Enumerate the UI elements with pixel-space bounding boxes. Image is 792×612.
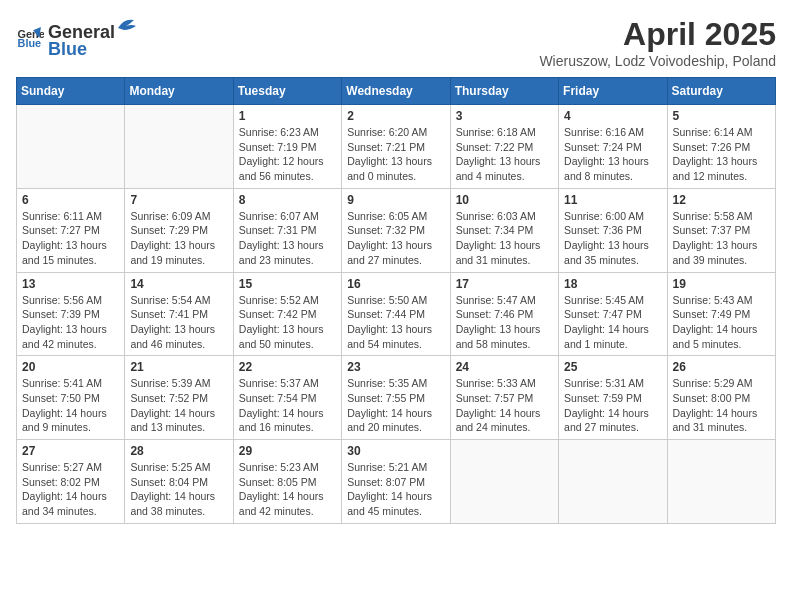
- weekday-header-tuesday: Tuesday: [233, 78, 341, 105]
- calendar-cell: 2Sunrise: 6:20 AMSunset: 7:21 PMDaylight…: [342, 105, 450, 189]
- day-info: Sunrise: 6:07 AMSunset: 7:31 PMDaylight:…: [239, 209, 336, 268]
- logo-icon: General Blue: [16, 24, 44, 52]
- weekday-header-thursday: Thursday: [450, 78, 558, 105]
- calendar-cell: 30Sunrise: 5:21 AMSunset: 8:07 PMDayligh…: [342, 440, 450, 524]
- day-number: 3: [456, 109, 553, 123]
- calendar-week-row: 6Sunrise: 6:11 AMSunset: 7:27 PMDaylight…: [17, 188, 776, 272]
- calendar-cell: 23Sunrise: 5:35 AMSunset: 7:55 PMDayligh…: [342, 356, 450, 440]
- logo-text-blue: Blue: [48, 39, 87, 59]
- weekday-header-monday: Monday: [125, 78, 233, 105]
- calendar-cell: 9Sunrise: 6:05 AMSunset: 7:32 PMDaylight…: [342, 188, 450, 272]
- calendar-table: SundayMondayTuesdayWednesdayThursdayFrid…: [16, 77, 776, 524]
- day-info: Sunrise: 5:31 AMSunset: 7:59 PMDaylight:…: [564, 376, 661, 435]
- calendar-title: April 2025: [539, 16, 776, 53]
- day-info: Sunrise: 6:23 AMSunset: 7:19 PMDaylight:…: [239, 125, 336, 184]
- day-number: 5: [673, 109, 770, 123]
- calendar-cell: [125, 105, 233, 189]
- day-info: Sunrise: 5:35 AMSunset: 7:55 PMDaylight:…: [347, 376, 444, 435]
- day-number: 11: [564, 193, 661, 207]
- day-info: Sunrise: 6:11 AMSunset: 7:27 PMDaylight:…: [22, 209, 119, 268]
- logo-bird-icon: [116, 16, 136, 38]
- calendar-cell: 10Sunrise: 6:03 AMSunset: 7:34 PMDayligh…: [450, 188, 558, 272]
- day-number: 10: [456, 193, 553, 207]
- day-number: 9: [347, 193, 444, 207]
- weekday-header-row: SundayMondayTuesdayWednesdayThursdayFrid…: [17, 78, 776, 105]
- calendar-cell: 7Sunrise: 6:09 AMSunset: 7:29 PMDaylight…: [125, 188, 233, 272]
- day-number: 30: [347, 444, 444, 458]
- calendar-cell: [559, 440, 667, 524]
- day-number: 21: [130, 360, 227, 374]
- weekday-header-wednesday: Wednesday: [342, 78, 450, 105]
- day-number: 14: [130, 277, 227, 291]
- weekday-header-friday: Friday: [559, 78, 667, 105]
- day-number: 19: [673, 277, 770, 291]
- day-number: 4: [564, 109, 661, 123]
- day-info: Sunrise: 5:47 AMSunset: 7:46 PMDaylight:…: [456, 293, 553, 352]
- day-info: Sunrise: 5:27 AMSunset: 8:02 PMDaylight:…: [22, 460, 119, 519]
- day-number: 6: [22, 193, 119, 207]
- day-number: 7: [130, 193, 227, 207]
- calendar-cell: 8Sunrise: 6:07 AMSunset: 7:31 PMDaylight…: [233, 188, 341, 272]
- calendar-cell: 20Sunrise: 5:41 AMSunset: 7:50 PMDayligh…: [17, 356, 125, 440]
- calendar-cell: 27Sunrise: 5:27 AMSunset: 8:02 PMDayligh…: [17, 440, 125, 524]
- calendar-cell: [450, 440, 558, 524]
- day-info: Sunrise: 5:33 AMSunset: 7:57 PMDaylight:…: [456, 376, 553, 435]
- calendar-cell: 17Sunrise: 5:47 AMSunset: 7:46 PMDayligh…: [450, 272, 558, 356]
- calendar-cell: 21Sunrise: 5:39 AMSunset: 7:52 PMDayligh…: [125, 356, 233, 440]
- calendar-cell: 29Sunrise: 5:23 AMSunset: 8:05 PMDayligh…: [233, 440, 341, 524]
- day-number: 2: [347, 109, 444, 123]
- day-number: 17: [456, 277, 553, 291]
- day-info: Sunrise: 6:00 AMSunset: 7:36 PMDaylight:…: [564, 209, 661, 268]
- day-info: Sunrise: 5:54 AMSunset: 7:41 PMDaylight:…: [130, 293, 227, 352]
- day-info: Sunrise: 6:03 AMSunset: 7:34 PMDaylight:…: [456, 209, 553, 268]
- calendar-cell: 1Sunrise: 6:23 AMSunset: 7:19 PMDaylight…: [233, 105, 341, 189]
- day-info: Sunrise: 6:14 AMSunset: 7:26 PMDaylight:…: [673, 125, 770, 184]
- day-info: Sunrise: 6:16 AMSunset: 7:24 PMDaylight:…: [564, 125, 661, 184]
- day-number: 1: [239, 109, 336, 123]
- day-info: Sunrise: 5:39 AMSunset: 7:52 PMDaylight:…: [130, 376, 227, 435]
- day-number: 25: [564, 360, 661, 374]
- day-number: 16: [347, 277, 444, 291]
- calendar-location: Wieruszow, Lodz Voivodeship, Poland: [539, 53, 776, 69]
- day-number: 13: [22, 277, 119, 291]
- day-number: 29: [239, 444, 336, 458]
- day-info: Sunrise: 5:37 AMSunset: 7:54 PMDaylight:…: [239, 376, 336, 435]
- page-header: General Blue General Blue April 2025 Wie…: [16, 16, 776, 69]
- calendar-cell: 13Sunrise: 5:56 AMSunset: 7:39 PMDayligh…: [17, 272, 125, 356]
- day-number: 15: [239, 277, 336, 291]
- calendar-week-row: 27Sunrise: 5:27 AMSunset: 8:02 PMDayligh…: [17, 440, 776, 524]
- calendar-cell: 3Sunrise: 6:18 AMSunset: 7:22 PMDaylight…: [450, 105, 558, 189]
- day-number: 18: [564, 277, 661, 291]
- day-info: Sunrise: 6:20 AMSunset: 7:21 PMDaylight:…: [347, 125, 444, 184]
- calendar-week-row: 13Sunrise: 5:56 AMSunset: 7:39 PMDayligh…: [17, 272, 776, 356]
- weekday-header-sunday: Sunday: [17, 78, 125, 105]
- day-info: Sunrise: 5:56 AMSunset: 7:39 PMDaylight:…: [22, 293, 119, 352]
- day-number: 28: [130, 444, 227, 458]
- calendar-cell: 12Sunrise: 5:58 AMSunset: 7:37 PMDayligh…: [667, 188, 775, 272]
- calendar-cell: 28Sunrise: 5:25 AMSunset: 8:04 PMDayligh…: [125, 440, 233, 524]
- day-info: Sunrise: 5:25 AMSunset: 8:04 PMDaylight:…: [130, 460, 227, 519]
- calendar-cell: 11Sunrise: 6:00 AMSunset: 7:36 PMDayligh…: [559, 188, 667, 272]
- calendar-cell: 22Sunrise: 5:37 AMSunset: 7:54 PMDayligh…: [233, 356, 341, 440]
- day-info: Sunrise: 5:41 AMSunset: 7:50 PMDaylight:…: [22, 376, 119, 435]
- day-number: 23: [347, 360, 444, 374]
- calendar-cell: 16Sunrise: 5:50 AMSunset: 7:44 PMDayligh…: [342, 272, 450, 356]
- calendar-cell: 19Sunrise: 5:43 AMSunset: 7:49 PMDayligh…: [667, 272, 775, 356]
- day-number: 22: [239, 360, 336, 374]
- day-info: Sunrise: 5:58 AMSunset: 7:37 PMDaylight:…: [673, 209, 770, 268]
- calendar-cell: 26Sunrise: 5:29 AMSunset: 8:00 PMDayligh…: [667, 356, 775, 440]
- calendar-cell: [667, 440, 775, 524]
- day-info: Sunrise: 5:23 AMSunset: 8:05 PMDaylight:…: [239, 460, 336, 519]
- calendar-cell: 18Sunrise: 5:45 AMSunset: 7:47 PMDayligh…: [559, 272, 667, 356]
- day-info: Sunrise: 5:50 AMSunset: 7:44 PMDaylight:…: [347, 293, 444, 352]
- weekday-header-saturday: Saturday: [667, 78, 775, 105]
- day-info: Sunrise: 5:43 AMSunset: 7:49 PMDaylight:…: [673, 293, 770, 352]
- calendar-week-row: 20Sunrise: 5:41 AMSunset: 7:50 PMDayligh…: [17, 356, 776, 440]
- calendar-cell: 25Sunrise: 5:31 AMSunset: 7:59 PMDayligh…: [559, 356, 667, 440]
- calendar-cell: 6Sunrise: 6:11 AMSunset: 7:27 PMDaylight…: [17, 188, 125, 272]
- calendar-cell: 15Sunrise: 5:52 AMSunset: 7:42 PMDayligh…: [233, 272, 341, 356]
- calendar-cell: 4Sunrise: 6:16 AMSunset: 7:24 PMDaylight…: [559, 105, 667, 189]
- day-number: 24: [456, 360, 553, 374]
- title-block: April 2025 Wieruszow, Lodz Voivodeship, …: [539, 16, 776, 69]
- day-number: 8: [239, 193, 336, 207]
